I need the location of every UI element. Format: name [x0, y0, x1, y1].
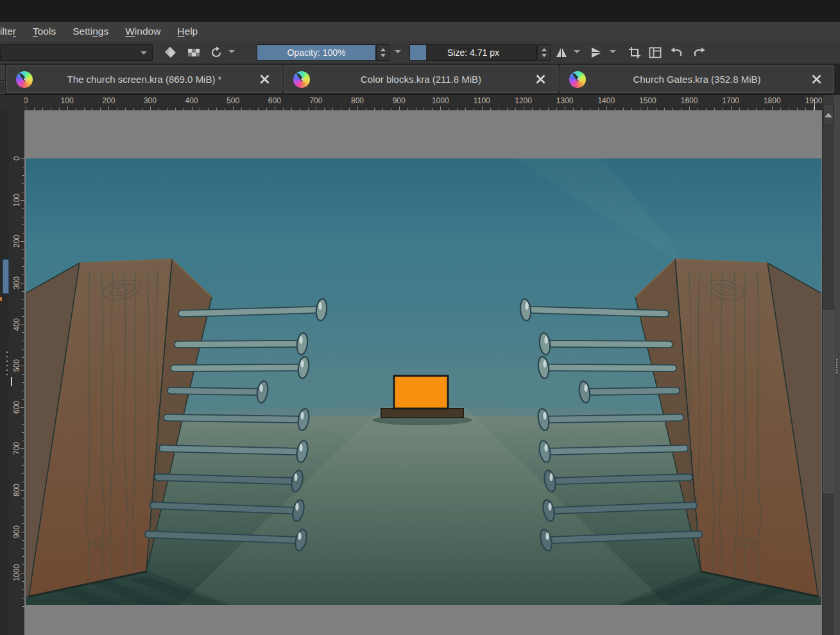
chevron-down-icon — [574, 50, 580, 53]
orange-block — [394, 376, 448, 409]
horizontal-ruler: 0100200300400500600700800900100011001200… — [24, 95, 822, 110]
chevron-down-icon — [141, 51, 147, 55]
mirror-horizontal-icon — [554, 45, 569, 60]
pedestal-plank — [381, 409, 463, 418]
tab-stub — [0, 81, 4, 94]
chevron-down-icon — [610, 50, 616, 53]
mirror-vertical-icon — [588, 45, 604, 60]
preserve-alpha-button[interactable] — [185, 45, 201, 60]
krita-logo-icon — [293, 71, 310, 88]
tab-stub — [0, 65, 4, 80]
scroll-up-button[interactable] — [823, 105, 834, 125]
right-docker-strip — [834, 95, 840, 635]
vertical-scrollbar[interactable] — [822, 95, 834, 635]
chevron-down-icon — [228, 50, 235, 53]
document-tab-3[interactable]: Church Gates.kra (352.8 MiB) — [560, 65, 834, 93]
brush-toolbar: Opacity: 100% Size: 4.71 px — [0, 41, 840, 64]
menu-item-help[interactable]: Help — [169, 22, 206, 41]
close-icon — [259, 74, 270, 85]
undo-button[interactable] — [669, 45, 685, 60]
menu-item-settings[interactable]: Settings — [64, 22, 117, 41]
menu-item-window[interactable]: Window — [117, 22, 169, 41]
document-tab-1[interactable]: The church screen.kra (869.0 MiB) * — [6, 65, 282, 93]
krita-window: ilterToolsSettingsWindowHelp — [0, 0, 840, 635]
size-slider[interactable]: Size: 4.71 px — [409, 44, 537, 61]
spin-down-icon — [542, 54, 547, 57]
title-bar — [0, 0, 840, 22]
tab-title: Color blocks.kra (211.8 MiB) — [310, 74, 532, 85]
splitter-grip[interactable] — [836, 359, 837, 373]
close-icon — [535, 74, 546, 85]
workspace-chooser-button[interactable] — [647, 45, 664, 60]
chevron-down-icon — [395, 50, 401, 53]
canvas-artwork[interactable] — [26, 158, 821, 605]
opacity-spinner[interactable] — [376, 44, 390, 61]
krita-logo-icon — [569, 71, 586, 88]
opacity-options-arrow[interactable] — [392, 50, 404, 53]
eraser-icon — [162, 45, 178, 60]
brush-preset-dropdown[interactable] — [0, 44, 153, 61]
menu-item-filter[interactable]: ilter — [0, 22, 24, 41]
color-dot — [0, 297, 2, 301]
spin-up-icon — [542, 48, 547, 51]
mirror-vertical-button[interactable] — [588, 45, 604, 60]
opacity-slider[interactable]: Opacity: 100% — [257, 44, 376, 61]
krita-logo-icon — [16, 71, 33, 88]
tab-close-button[interactable] — [532, 71, 549, 88]
mirror-horizontal-button[interactable] — [553, 45, 570, 60]
tab-title: The church screen.kra (869.0 MiB) * — [33, 74, 256, 85]
mirror-horizontal-arrow[interactable] — [571, 50, 583, 53]
eraser-button[interactable] — [162, 45, 178, 60]
vertical-ruler: 01002003004005006007008009001000 — [9, 110, 24, 635]
reload-preset-icon — [209, 45, 224, 60]
redo-icon — [691, 45, 707, 60]
tab-close-button[interactable] — [808, 71, 825, 88]
ruler-corner — [0, 95, 24, 110]
crop-icon — [627, 45, 642, 60]
size-label: Size: 4.71 px — [410, 45, 536, 60]
preserve-alpha-icon — [185, 45, 201, 60]
menu-bar: ilterToolsSettingsWindowHelp — [0, 22, 840, 41]
workspace-chooser-icon — [647, 45, 663, 60]
crop-button[interactable] — [626, 45, 643, 60]
mirror-vertical-arrow[interactable] — [607, 50, 619, 53]
tab-close-button[interactable] — [256, 71, 273, 88]
spin-down-icon — [381, 54, 386, 57]
reload-preset-button[interactable] — [208, 45, 225, 60]
menu-item-tools[interactable]: Tools — [24, 22, 64, 41]
scrollbar-thumb[interactable] — [823, 310, 834, 493]
document-tab-2[interactable]: Color blocks.kra (211.8 MiB) — [284, 65, 558, 93]
canvas-surround — [24, 110, 822, 635]
work-area: 01002003004005006007008009001000 — [0, 110, 822, 635]
undo-icon — [669, 45, 685, 60]
document-tab-bar: The church screen.kra (869.0 MiB) *Color… — [0, 64, 840, 95]
opacity-label: Opacity: 100% — [257, 45, 375, 60]
reload-options-arrow[interactable] — [226, 50, 237, 53]
close-icon — [811, 74, 822, 85]
redo-button[interactable] — [690, 45, 707, 60]
splitter-grip[interactable] — [6, 351, 8, 375]
left-docker-strip — [0, 110, 9, 635]
size-spinner[interactable] — [537, 44, 551, 61]
spin-up-icon — [381, 48, 386, 51]
tab-title: Church Gates.kra (352.8 MiB) — [586, 74, 808, 85]
arrow-up-icon — [825, 113, 832, 117]
toolbox-fragment — [3, 259, 9, 294]
